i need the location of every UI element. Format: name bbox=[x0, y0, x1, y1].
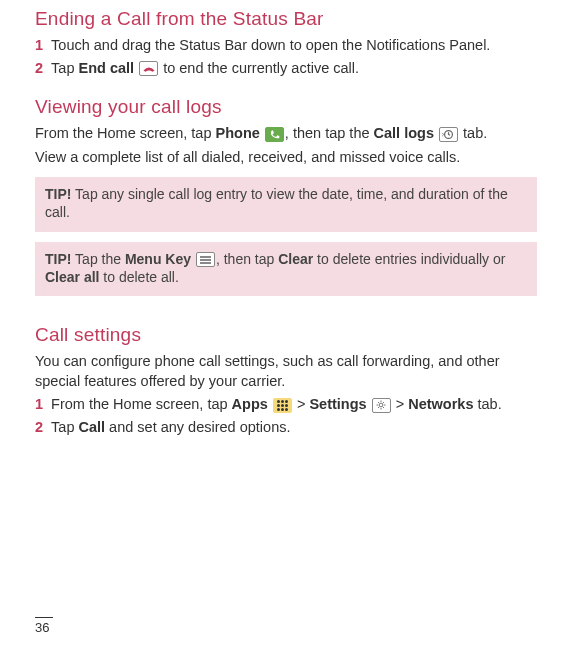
text: , then tap the bbox=[285, 125, 374, 141]
label-apps: Apps bbox=[232, 396, 268, 412]
text: to delete entries individually or bbox=[313, 251, 505, 267]
text: From the Home screen, tap bbox=[51, 396, 232, 412]
step-row: 1 From the Home screen, tap Apps > Setti… bbox=[35, 395, 537, 415]
step-text: Tap End call to end the currently active… bbox=[51, 59, 537, 79]
step-text: Touch and drag the Status Bar down to op… bbox=[51, 36, 537, 56]
label-call: Call bbox=[79, 419, 106, 435]
settings-icon bbox=[372, 398, 391, 413]
text: to end the currently active call. bbox=[159, 60, 359, 76]
tip-box: TIP! Tap the Menu Key , then tap Clear t… bbox=[35, 242, 537, 296]
text: and set any desired options. bbox=[105, 419, 290, 435]
text: > bbox=[293, 396, 310, 412]
label-end-call: End call bbox=[79, 60, 135, 76]
step-text: From the Home screen, tap Apps > Setting… bbox=[51, 395, 537, 415]
text: Tap the bbox=[71, 251, 124, 267]
step-text: Tap Call and set any desired options. bbox=[51, 418, 537, 438]
step-number: 1 bbox=[35, 36, 43, 56]
label-phone: Phone bbox=[216, 125, 260, 141]
apps-icon bbox=[273, 398, 292, 413]
svg-point-1 bbox=[379, 403, 383, 407]
label-clear: Clear bbox=[278, 251, 313, 267]
step-number: 2 bbox=[35, 59, 43, 79]
step-number: 2 bbox=[35, 418, 43, 438]
body-text: View a complete list of all dialed, rece… bbox=[35, 148, 537, 168]
phone-icon bbox=[265, 127, 284, 142]
page-number: 36 bbox=[35, 617, 53, 635]
step-row: 2 Tap End call to end the currently acti… bbox=[35, 59, 537, 79]
body-text: From the Home screen, tap Phone , then t… bbox=[35, 124, 537, 144]
text: From the Home screen, tap bbox=[35, 125, 216, 141]
label-call-logs: Call logs bbox=[374, 125, 434, 141]
end-call-icon bbox=[139, 61, 158, 76]
step-row: 1 Touch and drag the Status Bar down to … bbox=[35, 36, 537, 56]
label-networks: Networks bbox=[408, 396, 473, 412]
heading-call-settings: Call settings bbox=[35, 324, 537, 346]
tip-label: TIP! bbox=[45, 186, 71, 202]
text: to delete all. bbox=[99, 269, 178, 285]
step-number: 1 bbox=[35, 395, 43, 415]
text: Tap bbox=[51, 60, 78, 76]
step-row: 2 Tap Call and set any desired options. bbox=[35, 418, 537, 438]
text: , then tap bbox=[216, 251, 278, 267]
body-text: You can configure phone call settings, s… bbox=[35, 352, 537, 391]
tip-label: TIP! bbox=[45, 251, 71, 267]
menu-key-icon bbox=[196, 252, 215, 267]
label-clear-all: Clear all bbox=[45, 269, 99, 285]
label-settings: Settings bbox=[309, 396, 366, 412]
tip-text: Tap any single call log entry to view th… bbox=[45, 186, 508, 220]
text: Tap bbox=[51, 419, 78, 435]
heading-viewing-logs: Viewing your call logs bbox=[35, 96, 537, 118]
tip-box: TIP! Tap any single call log entry to vi… bbox=[35, 177, 537, 231]
heading-ending-call: Ending a Call from the Status Bar bbox=[35, 8, 537, 30]
text: > bbox=[392, 396, 409, 412]
label-menu-key: Menu Key bbox=[125, 251, 191, 267]
text: tab. bbox=[459, 125, 487, 141]
text: tab. bbox=[473, 396, 501, 412]
call-logs-icon bbox=[439, 127, 458, 142]
